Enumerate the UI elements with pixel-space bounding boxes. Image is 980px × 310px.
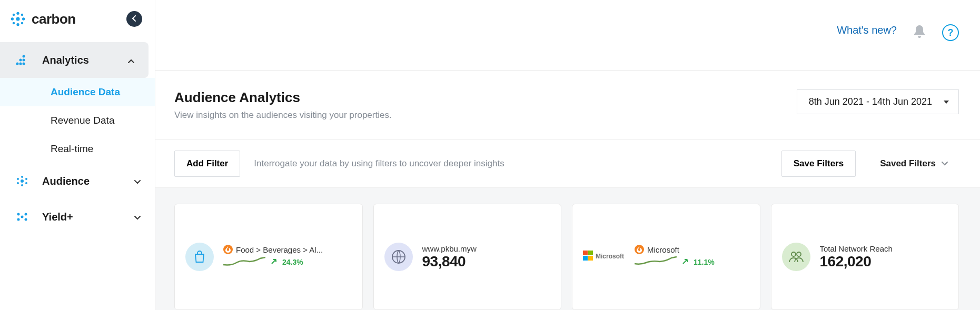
svg-point-2: [16, 23, 19, 26]
brand-logo[interactable]: carbon: [9, 11, 76, 27]
audience-icon: [14, 173, 31, 189]
nav-item-audience[interactable]: Audience: [0, 163, 155, 199]
svg-point-13: [23, 59, 25, 62]
svg-point-17: [25, 178, 27, 180]
svg-point-22: [17, 213, 20, 216]
page-header: Audience Analytics View insights on the …: [155, 71, 980, 140]
card-network-reach[interactable]: Total Network Reach 162,020: [771, 204, 959, 310]
card-site-metric[interactable]: www.pkbu.myw 93,840: [373, 204, 562, 310]
svg-point-34: [797, 252, 801, 256]
microsoft-icon: Microsoft: [583, 249, 625, 264]
logo-row: carbon: [0, 11, 155, 42]
page-subtitle: View insights on the audiences visiting …: [174, 110, 392, 121]
svg-point-18: [17, 182, 19, 184]
collapse-sidebar-button[interactable]: [126, 11, 142, 27]
svg-point-12: [19, 59, 22, 62]
card-delta: 11.1%: [694, 258, 715, 266]
svg-point-26: [25, 218, 27, 221]
filter-bar: Add Filter Interrogate your data by usin…: [155, 140, 980, 188]
brand-name: carbon: [32, 11, 76, 27]
nav-item-analytics[interactable]: Analytics: [0, 42, 149, 78]
fire-icon: [635, 245, 644, 254]
bell-icon[interactable]: [913, 24, 926, 41]
svg-point-33: [791, 252, 796, 256]
chevron-left-icon: [131, 14, 137, 24]
arrow-up-icon: [271, 257, 277, 267]
svg-point-7: [13, 22, 15, 24]
svg-rect-29: [588, 251, 593, 255]
card-label: Microsoft: [647, 245, 679, 254]
saved-filters-label: Saved Filters: [880, 158, 936, 169]
logo-icon: [9, 11, 26, 27]
chevron-up-icon: [127, 54, 135, 66]
svg-point-15: [21, 179, 24, 183]
nav-label: Analytics: [42, 54, 89, 66]
summary-cards: Food > Beverages > Al... 24.3%: [155, 188, 980, 310]
svg-point-0: [16, 17, 19, 21]
date-range-value: 8th Jun 2021 - 14th Jun 2021: [809, 96, 932, 107]
nav-item-yield[interactable]: Yield+: [0, 199, 155, 235]
chevron-down-icon: [941, 158, 948, 169]
chevron-down-icon: [134, 211, 141, 223]
svg-text:Microsoft: Microsoft: [596, 253, 624, 260]
svg-point-20: [21, 176, 23, 178]
card-label: Food > Beverages > Al...: [236, 245, 323, 254]
svg-point-16: [17, 178, 19, 180]
sparkline-icon: [635, 255, 677, 269]
chevron-down-icon: [134, 175, 141, 187]
nav-sub-label: Revenue Data: [51, 115, 114, 126]
nav-sub-revenue-data[interactable]: Revenue Data: [0, 106, 155, 135]
card-delta: 24.3%: [282, 258, 303, 266]
globe-icon: [384, 243, 413, 271]
card-label: Total Network Reach: [820, 244, 893, 253]
svg-rect-31: [588, 256, 593, 261]
svg-point-9: [16, 63, 19, 65]
whats-new-link[interactable]: What's new?: [837, 24, 897, 36]
svg-point-25: [17, 218, 20, 221]
topbar: What's new? ?: [155, 0, 980, 71]
analytics-icon: [14, 52, 31, 68]
svg-rect-30: [583, 256, 588, 261]
people-icon: [782, 243, 810, 271]
sidebar: carbon Analytics Audience Data Revenue D…: [0, 0, 155, 310]
svg-point-8: [21, 22, 23, 24]
svg-point-4: [22, 17, 25, 20]
yield-icon: [14, 208, 31, 225]
card-value: 93,840: [422, 253, 551, 270]
nav-label: Yield+: [42, 211, 73, 223]
svg-point-23: [25, 213, 27, 216]
svg-point-6: [21, 14, 23, 16]
card-trending-food[interactable]: Food > Beverages > Al... 24.3%: [174, 204, 363, 310]
save-filters-button[interactable]: Save Filters: [781, 151, 856, 177]
fire-icon: [223, 245, 233, 254]
page-title: Audience Analytics: [174, 89, 392, 106]
arrow-up-icon: [682, 257, 688, 267]
saved-filters-dropdown[interactable]: Saved Filters: [869, 151, 959, 176]
svg-point-11: [23, 63, 25, 65]
shopping-bag-icon: [185, 243, 214, 271]
nav-sub-label: Real-time: [51, 143, 93, 154]
add-filter-button[interactable]: Add Filter: [174, 151, 240, 177]
card-value: 162,020: [820, 253, 948, 270]
nav-label: Audience: [42, 175, 90, 187]
nav-sub-label: Audience Data: [51, 86, 120, 97]
nav-sub-audience-data[interactable]: Audience Data: [0, 78, 155, 106]
nav-sub-realtime[interactable]: Real-time: [0, 135, 155, 163]
svg-point-5: [13, 14, 15, 16]
svg-point-14: [23, 55, 25, 58]
help-icon[interactable]: ?: [942, 24, 959, 41]
card-label: www.pkbu.myw: [422, 244, 477, 253]
svg-point-1: [16, 12, 19, 15]
svg-rect-28: [583, 251, 588, 255]
svg-point-3: [11, 17, 14, 20]
main-content: What's new? ? Audience Analytics View in…: [155, 0, 980, 310]
svg-point-10: [19, 63, 22, 65]
svg-point-19: [25, 182, 27, 184]
date-range-picker[interactable]: 8th Jun 2021 - 14th Jun 2021: [797, 89, 959, 114]
svg-point-24: [21, 216, 24, 218]
sparkline-icon: [223, 255, 265, 269]
filter-hint: Interrogate your data by using filters t…: [254, 158, 504, 169]
card-trending-microsoft[interactable]: Microsoft Microsoft: [572, 204, 760, 310]
svg-point-21: [21, 184, 23, 186]
